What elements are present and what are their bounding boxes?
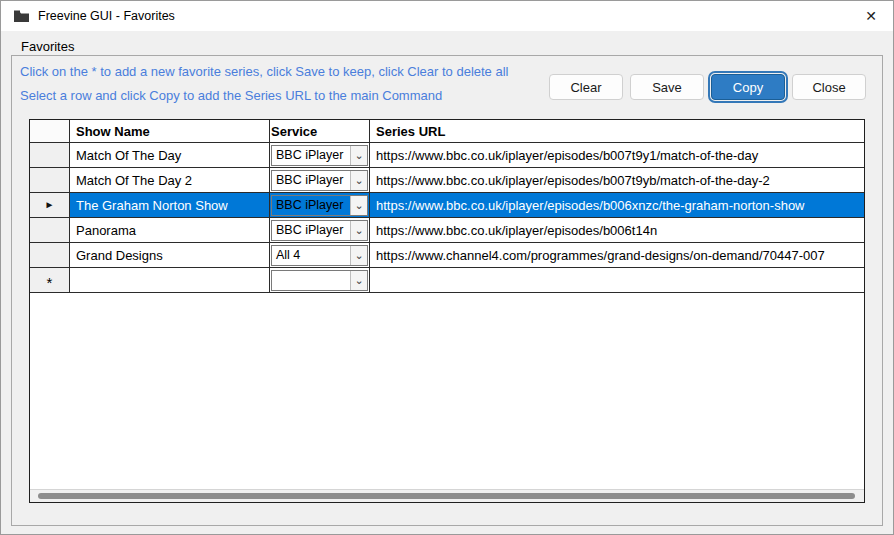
dropdown-chevron-icon[interactable]: ⌄ <box>350 246 367 265</box>
grid-row[interactable]: Match Of The Day 2BBC iPlayer⌄https://ww… <box>30 168 864 193</box>
titlebar: Freevine GUI - Favorites ✕ <box>1 1 893 31</box>
button-row: Clear Save Copy Close <box>549 74 866 100</box>
grid-row[interactable]: Match Of The DayBBC iPlayer⌄https://www.… <box>30 143 864 168</box>
grid-corner-cell <box>30 120 70 142</box>
grid-row[interactable]: Grand DesignsAll 4⌄https://www.channel4.… <box>30 243 864 268</box>
grid-row[interactable]: ►The Graham Norton ShowBBC iPlayer⌄https… <box>30 193 864 218</box>
row-header-cell[interactable] <box>30 143 70 167</box>
favorites-groupbox: Click on the * to add a new favorite ser… <box>11 55 883 526</box>
new-row-star-icon: * <box>47 275 53 290</box>
groupbox-label: Favorites <box>19 39 76 54</box>
service-cell[interactable]: BBC iPlayer⌄ <box>270 143 370 167</box>
column-header-series-url[interactable]: Series URL <box>370 120 864 142</box>
show-name-cell[interactable]: Grand Designs <box>70 243 270 267</box>
client-area: Favorites Click on the * to add a new fa… <box>1 31 893 534</box>
row-header-cell[interactable] <box>30 243 70 267</box>
row-header-cell[interactable] <box>30 218 70 242</box>
service-combobox[interactable]: All 4⌄ <box>271 245 368 266</box>
column-header-service[interactable]: Service <box>270 120 370 142</box>
grid-new-row[interactable]: *⌄ <box>30 268 864 293</box>
series-url-cell[interactable]: https://www.bbc.co.uk/iplayer/episodes/b… <box>370 193 864 217</box>
series-url-cell[interactable]: https://www.bbc.co.uk/iplayer/episodes/b… <box>370 218 864 242</box>
grid-body: Match Of The DayBBC iPlayer⌄https://www.… <box>30 143 864 293</box>
row-header-cell[interactable]: ► <box>30 193 70 217</box>
grid-row[interactable]: PanoramaBBC iPlayer⌄https://www.bbc.co.u… <box>30 218 864 243</box>
service-combobox[interactable]: BBC iPlayer⌄ <box>271 145 368 166</box>
service-combobox-value: All 4 <box>272 248 350 262</box>
service-combobox-value: BBC iPlayer <box>272 173 350 187</box>
service-cell[interactable]: BBC iPlayer⌄ <box>270 218 370 242</box>
dropdown-chevron-icon[interactable]: ⌄ <box>350 146 367 165</box>
service-combobox[interactable]: BBC iPlayer⌄ <box>271 170 368 191</box>
show-name-cell[interactable]: The Graham Norton Show <box>70 193 270 217</box>
favorites-grid: Show Name Service Series URL Match Of Th… <box>29 119 865 503</box>
service-combobox-value: BBC iPlayer <box>272 198 350 212</box>
show-name-cell[interactable]: Match Of The Day <box>70 143 270 167</box>
app-window: Freevine GUI - Favorites ✕ Favorites Cli… <box>0 0 894 535</box>
show-name-cell[interactable]: Panorama <box>70 218 270 242</box>
service-cell[interactable]: All 4⌄ <box>270 243 370 267</box>
show-name-cell[interactable]: Match Of The Day 2 <box>70 168 270 192</box>
service-cell[interactable]: ⌄ <box>270 268 370 292</box>
horizontal-scrollbar-thumb[interactable] <box>38 493 855 499</box>
app-icon <box>13 8 29 24</box>
service-combobox[interactable]: BBC iPlayer⌄ <box>271 220 368 241</box>
row-header-cell[interactable]: * <box>30 268 70 292</box>
show-name-cell[interactable] <box>70 268 270 292</box>
clear-button[interactable]: Clear <box>549 74 623 100</box>
grid-header-row: Show Name Service Series URL <box>30 120 864 143</box>
series-url-cell[interactable]: https://www.channel4.com/programmes/gran… <box>370 243 864 267</box>
instruction-line-1: Click on the * to add a new favorite ser… <box>20 64 508 79</box>
service-combobox[interactable]: ⌄ <box>271 270 368 291</box>
current-row-arrow-icon: ► <box>45 200 55 210</box>
service-combobox-value: BBC iPlayer <box>272 223 350 237</box>
dropdown-chevron-icon[interactable]: ⌄ <box>350 171 367 190</box>
series-url-cell[interactable]: https://www.bbc.co.uk/iplayer/episodes/b… <box>370 168 864 192</box>
series-url-cell[interactable] <box>370 268 864 292</box>
window-close-icon[interactable]: ✕ <box>849 1 893 31</box>
series-url-cell[interactable]: https://www.bbc.co.uk/iplayer/episodes/b… <box>370 143 864 167</box>
window-title: Freevine GUI - Favorites <box>38 9 175 23</box>
instruction-line-2: Select a row and click Copy to add the S… <box>20 88 442 103</box>
service-cell[interactable]: BBC iPlayer⌄ <box>270 168 370 192</box>
dropdown-chevron-icon[interactable]: ⌄ <box>350 271 367 290</box>
service-combobox-value: BBC iPlayer <box>272 148 350 162</box>
column-header-show-name[interactable]: Show Name <box>70 120 270 142</box>
horizontal-scrollbar[interactable] <box>30 489 864 502</box>
copy-button[interactable]: Copy <box>711 74 785 100</box>
service-cell[interactable]: BBC iPlayer⌄ <box>270 193 370 217</box>
dropdown-chevron-icon[interactable]: ⌄ <box>350 221 367 240</box>
dropdown-chevron-icon[interactable]: ⌄ <box>350 196 367 215</box>
row-header-cell[interactable] <box>30 168 70 192</box>
close-button[interactable]: Close <box>792 74 866 100</box>
service-combobox[interactable]: BBC iPlayer⌄ <box>271 195 368 216</box>
grid-empty-area <box>30 293 864 489</box>
save-button[interactable]: Save <box>630 74 704 100</box>
